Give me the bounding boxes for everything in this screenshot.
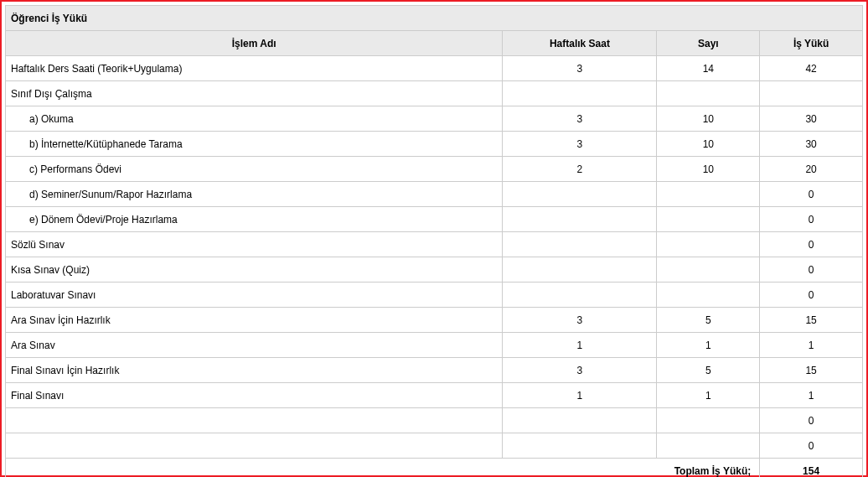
cell-load: 15 <box>760 358 863 383</box>
cell-hours: 3 <box>503 56 657 81</box>
table-row: b) İnternette/Kütüphanede Tarama31030 <box>6 132 863 157</box>
cell-load: 0 <box>760 408 863 433</box>
cell-load: 0 <box>760 257 863 283</box>
total-row: Toplam İş Yükü;154 <box>6 459 863 478</box>
cell-hours <box>503 182 657 207</box>
cell-name: d) Seminer/Sunum/Rapor Hazırlama <box>6 182 503 207</box>
header-count: Sayı <box>657 31 760 56</box>
table-row: Ara Sınav111 <box>6 333 863 358</box>
cell-name: Final Sınavı İçin Hazırlık <box>6 358 503 383</box>
cell-count: 5 <box>657 358 760 383</box>
cell-name: Haftalık Ders Saati (Teorik+Uygulama) <box>6 56 503 81</box>
table-row: e) Dönem Ödevi/Proje Hazırlama0 <box>6 207 863 232</box>
cell-name: a) Okuma <box>6 106 503 132</box>
cell-hours <box>503 433 657 459</box>
cell-hours: 3 <box>503 308 657 333</box>
cell-hours <box>503 283 657 308</box>
cell-load: 30 <box>760 132 863 157</box>
cell-count <box>657 283 760 308</box>
cell-name: Ara Sınav <box>6 333 503 358</box>
cell-hours: 3 <box>503 132 657 157</box>
header-hours: Haftalık Saat <box>503 31 657 56</box>
table-row: 0 <box>6 408 863 433</box>
cell-load: 0 <box>760 182 863 207</box>
cell-load: 0 <box>760 232 863 257</box>
table-row: c) Performans Ödevi21020 <box>6 157 863 182</box>
cell-load: 15 <box>760 308 863 333</box>
table-row: Ara Sınav İçin Hazırlık3515 <box>6 308 863 333</box>
cell-name: Laboratuvar Sınavı <box>6 283 503 308</box>
header-row: İşlem Adı Haftalık Saat Sayı İş Yükü <box>6 31 863 56</box>
cell-hours <box>503 257 657 283</box>
cell-hours <box>503 81 657 106</box>
cell-load: 0 <box>760 433 863 459</box>
cell-count <box>657 408 760 433</box>
cell-count: 10 <box>657 157 760 182</box>
table-row: a) Okuma31030 <box>6 106 863 132</box>
cell-count <box>657 257 760 283</box>
cell-count: 1 <box>657 383 760 408</box>
table-row: Final Sınavı111 <box>6 383 863 408</box>
cell-name: Ara Sınav İçin Hazırlık <box>6 308 503 333</box>
header-name: İşlem Adı <box>6 31 503 56</box>
cell-name <box>6 408 503 433</box>
cell-hours: 3 <box>503 106 657 132</box>
cell-name: Final Sınavı <box>6 383 503 408</box>
cell-count <box>657 81 760 106</box>
cell-count: 5 <box>657 308 760 333</box>
cell-load: 0 <box>760 207 863 232</box>
cell-name: Kısa Sınav (Quiz) <box>6 257 503 283</box>
cell-hours: 2 <box>503 157 657 182</box>
table-row: Sınıf Dışı Çalışma <box>6 81 863 106</box>
cell-name: Sınıf Dışı Çalışma <box>6 81 503 106</box>
cell-count <box>657 182 760 207</box>
workload-table: Öğrenci İş Yükü İşlem Adı Haftalık Saat … <box>5 5 863 477</box>
cell-name: Sözlü Sınav <box>6 232 503 257</box>
cell-name: b) İnternette/Kütüphanede Tarama <box>6 132 503 157</box>
cell-hours <box>503 232 657 257</box>
table-row: Final Sınavı İçin Hazırlık3515 <box>6 358 863 383</box>
cell-load: 0 <box>760 283 863 308</box>
cell-count: 10 <box>657 106 760 132</box>
cell-count: 1 <box>657 333 760 358</box>
cell-load <box>760 81 863 106</box>
total-value: 154 <box>760 459 863 478</box>
cell-count <box>657 433 760 459</box>
cell-hours <box>503 207 657 232</box>
workload-frame: Öğrenci İş Yükü İşlem Adı Haftalık Saat … <box>0 0 868 477</box>
table-row: Laboratuvar Sınavı0 <box>6 283 863 308</box>
cell-load: 1 <box>760 333 863 358</box>
cell-name: e) Dönem Ödevi/Proje Hazırlama <box>6 207 503 232</box>
cell-hours <box>503 408 657 433</box>
cell-hours: 1 <box>503 333 657 358</box>
cell-count: 10 <box>657 132 760 157</box>
table-row: Kısa Sınav (Quiz)0 <box>6 257 863 283</box>
cell-load: 42 <box>760 56 863 81</box>
table-row: d) Seminer/Sunum/Rapor Hazırlama0 <box>6 182 863 207</box>
table-row: Haftalık Ders Saati (Teorik+Uygulama)314… <box>6 56 863 81</box>
cell-hours: 1 <box>503 383 657 408</box>
cell-count: 14 <box>657 56 760 81</box>
cell-name <box>6 433 503 459</box>
table-title: Öğrenci İş Yükü <box>6 6 863 31</box>
total-label: Toplam İş Yükü; <box>6 459 760 478</box>
cell-hours: 3 <box>503 358 657 383</box>
table-row: 0 <box>6 433 863 459</box>
cell-load: 1 <box>760 383 863 408</box>
cell-count <box>657 232 760 257</box>
table-row: Sözlü Sınav0 <box>6 232 863 257</box>
title-row: Öğrenci İş Yükü <box>6 6 863 31</box>
cell-name: c) Performans Ödevi <box>6 157 503 182</box>
cell-load: 20 <box>760 157 863 182</box>
header-load: İş Yükü <box>760 31 863 56</box>
cell-load: 30 <box>760 106 863 132</box>
cell-count <box>657 207 760 232</box>
